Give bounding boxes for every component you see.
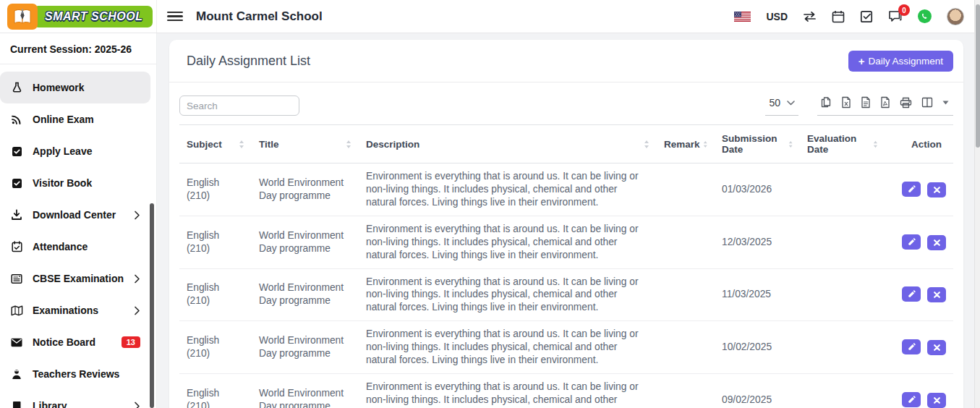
cell-remark <box>657 216 715 268</box>
chevron-right-icon <box>134 274 140 284</box>
pencil-icon <box>908 238 916 246</box>
todo-icon[interactable] <box>860 10 873 23</box>
delete-button[interactable] <box>927 182 946 197</box>
currency-selector[interactable]: USD <box>766 11 788 22</box>
column-header-submission-date[interactable]: Submission Date <box>715 125 800 163</box>
edit-button[interactable] <box>902 286 921 302</box>
avatar[interactable] <box>947 8 964 25</box>
column-header-title[interactable]: Title <box>252 125 359 163</box>
book-icon <box>10 401 23 408</box>
chevron-right-icon <box>134 211 140 220</box>
page-scrollbar-thumb[interactable] <box>976 4 980 148</box>
sidebar-item-download-center[interactable]: Download Center <box>0 199 150 231</box>
sidebar-item-label: Examinations <box>33 305 98 316</box>
chevron-down-icon <box>787 101 795 106</box>
calendar-icon[interactable] <box>832 10 845 23</box>
sidebar-item-teachers-reviews[interactable]: Teachers Reviews <box>0 358 150 390</box>
cell-description: Environment is everything that is around… <box>359 321 657 374</box>
sidebar-item-attendance[interactable]: Attendance <box>0 231 150 263</box>
excel-export-icon[interactable] <box>841 96 851 109</box>
table-header-row: Subject Title Description Remark Submiss… <box>179 125 953 163</box>
sidebar-item-examinations[interactable]: Examinations <box>0 294 150 326</box>
table-row: English (210) World Environment Day prog… <box>179 268 953 321</box>
page-size-select[interactable]: 50 <box>765 97 798 116</box>
page-scrollbar[interactable] <box>974 0 980 408</box>
sidebar-item-label: Apply Leave <box>33 145 92 157</box>
caret-down-icon[interactable] <box>942 101 949 105</box>
edit-button[interactable] <box>902 182 921 197</box>
table-controls: 50 <box>179 95 953 116</box>
print-icon[interactable] <box>900 97 912 109</box>
sidebar-item-label: Download Center <box>33 209 116 221</box>
table-row: English (210) World Environment Day prog… <box>179 216 953 268</box>
delete-button[interactable] <box>927 287 946 302</box>
sidebar: Current Session: 2025-26 Homework Online… <box>0 33 157 408</box>
cell-subject: English (210) <box>179 216 252 268</box>
cell-evaluation-date <box>800 321 885 374</box>
cell-description: Environment is everything that is around… <box>359 216 657 268</box>
cell-evaluation-date <box>800 268 885 321</box>
sidebar-item-online-exam[interactable]: Online Exam <box>0 103 150 135</box>
whatsapp-icon[interactable] <box>918 9 932 23</box>
column-header-remark[interactable]: Remark <box>657 125 715 163</box>
school-title: Mount Carmel School <box>196 9 323 24</box>
cell-subject: English (210) <box>179 163 252 216</box>
add-daily-assignment-button[interactable]: + Daily Assignment <box>848 51 953 72</box>
card-header: Daily Assignment List + Daily Assignment <box>169 40 963 82</box>
cell-action <box>885 268 953 321</box>
sort-icon <box>788 140 793 149</box>
cell-title: World Environment Day programme <box>252 163 359 216</box>
sidebar-scrollbar[interactable] <box>150 203 154 408</box>
check-square-icon <box>10 146 23 157</box>
export-toolbar <box>817 96 953 116</box>
sidebar-item-homework[interactable]: Homework <box>0 72 150 103</box>
sidebar-item-visitor-book[interactable]: Visitor Book <box>0 167 150 199</box>
csv-export-icon[interactable] <box>861 96 871 109</box>
sort-icon <box>346 140 351 149</box>
sidebar-item-library[interactable]: Library <box>0 390 150 408</box>
pdf-export-icon[interactable] <box>880 96 890 109</box>
cell-remark <box>657 321 715 374</box>
sort-icon <box>873 140 878 149</box>
edit-button[interactable] <box>902 234 921 250</box>
teacher-icon <box>10 369 23 380</box>
page-size-value: 50 <box>769 97 780 109</box>
column-header-action: Action <box>885 125 953 163</box>
pencil-icon <box>908 290 916 298</box>
cell-action <box>885 163 953 216</box>
cell-submission-date: 11/03/2025 <box>715 268 800 321</box>
delete-button[interactable] <box>927 393 946 408</box>
column-header-subject[interactable]: Subject <box>179 125 252 163</box>
x-icon <box>934 344 940 351</box>
column-header-evaluation-date[interactable]: Evaluation Date <box>800 125 885 163</box>
notice-board-badge: 13 <box>122 336 140 348</box>
rss-icon <box>10 114 23 125</box>
sidebar-item-label: Homework <box>33 82 85 93</box>
sidebar-item-notice-board[interactable]: Notice Board 13 <box>0 326 150 358</box>
search-input[interactable] <box>179 95 299 116</box>
delete-button[interactable] <box>927 340 946 355</box>
sidebar-item-label: Attendance <box>33 241 88 252</box>
app-logo[interactable]: SMART SCHOOL <box>0 0 157 33</box>
daily-assignment-card: Daily Assignment List + Daily Assignment… <box>169 40 963 408</box>
column-visibility-icon[interactable] <box>921 97 933 108</box>
messages-icon[interactable]: 0 <box>888 10 903 22</box>
swap-icon[interactable] <box>803 11 817 22</box>
cell-action <box>885 216 953 268</box>
sidebar-item-label: Teachers Reviews <box>33 368 119 380</box>
copy-icon[interactable] <box>820 96 832 109</box>
edit-button[interactable] <box>902 392 921 407</box>
edit-button[interactable] <box>902 339 921 354</box>
current-session-label: Current Session: 2025-26 <box>0 33 156 64</box>
column-header-description[interactable]: Description <box>359 125 657 163</box>
cell-remark <box>657 374 715 408</box>
language-flag-icon[interactable] <box>734 12 751 22</box>
delete-button[interactable] <box>927 235 946 250</box>
cell-subject: English (210) <box>179 374 252 408</box>
sidebar-item-cbse-examination[interactable]: CBSE Examination <box>0 263 150 294</box>
sidebar-item-apply-leave[interactable]: Apply Leave <box>0 135 150 167</box>
x-icon <box>934 187 940 193</box>
menu-toggle-button[interactable] <box>167 12 183 22</box>
cell-title: World Environment Day programme <box>252 321 359 374</box>
cell-remark <box>657 163 715 216</box>
